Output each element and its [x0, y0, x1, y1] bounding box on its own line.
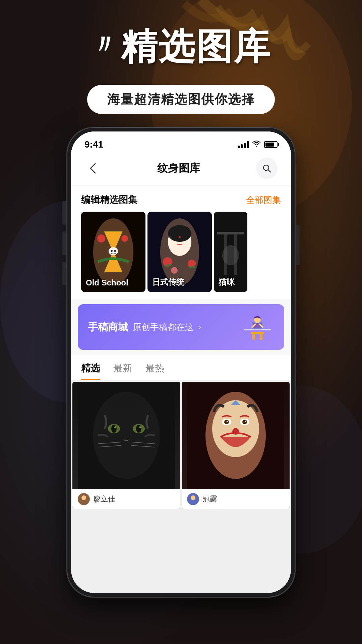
- gallery-card-label-3: 猫咪: [219, 277, 235, 287]
- svg-point-43: [136, 425, 141, 433]
- svg-line-4: [268, 170, 270, 172]
- svg-point-62: [245, 421, 246, 422]
- svg-point-22: [171, 267, 178, 274]
- status-icons: [238, 140, 278, 149]
- status-bar: 9:41: [71, 131, 291, 154]
- quote-marks-icon: 〃: [91, 27, 118, 63]
- svg-point-19: [179, 236, 181, 238]
- wifi-icon: [252, 140, 261, 149]
- content-area: 编辑精选图集 全部图集: [71, 185, 291, 511]
- svg-point-18: [182, 239, 185, 241]
- photo-image-1: [72, 382, 180, 489]
- svg-point-27: [222, 245, 239, 265]
- svg-point-59: [224, 420, 229, 424]
- gallery-all-link[interactable]: 全部图集: [246, 194, 281, 206]
- gallery-section-title: 编辑精选图集: [81, 194, 137, 206]
- photo-card-1[interactable]: 廖立佳: [72, 382, 180, 509]
- banner-title: 手稿商城: [88, 320, 128, 334]
- svg-point-9: [121, 235, 128, 242]
- svg-point-61: [227, 421, 228, 422]
- gallery-section-header: 编辑精选图集 全部图集: [71, 185, 291, 212]
- photo-image-2: [182, 382, 290, 489]
- svg-point-11: [111, 250, 113, 252]
- photo-card-footer-1: 廖立佳: [72, 489, 180, 509]
- phone-mockup: 9:41: [67, 127, 295, 597]
- nav-bar: 纹身图库: [71, 154, 291, 185]
- subtitle-pill: 海量超清精选图供你选择: [87, 85, 275, 114]
- svg-rect-28: [251, 332, 264, 334]
- gallery-card-label-1: Old School: [86, 278, 128, 287]
- phone-screen: 9:41: [71, 131, 291, 593]
- avatar-1: [78, 493, 90, 505]
- avatar-2: [187, 493, 199, 505]
- svg-point-60: [242, 420, 247, 424]
- svg-point-51: [81, 495, 86, 500]
- status-time: 9:41: [84, 139, 103, 150]
- gallery-card-2[interactable]: 日式传统: [147, 212, 212, 292]
- svg-rect-30: [260, 334, 262, 340]
- svg-point-44: [114, 426, 116, 428]
- tab-latest[interactable]: 最新: [113, 355, 132, 380]
- svg-rect-24: [217, 232, 244, 234]
- photo-card-2[interactable]: 冠露: [182, 382, 290, 509]
- svg-point-8: [97, 234, 105, 243]
- tab-hottest[interactable]: 最热: [145, 355, 164, 380]
- subtitle-text: 海量超清精选图供你选择: [107, 92, 255, 106]
- search-button[interactable]: [256, 158, 278, 179]
- page-main-title: 精选图库: [121, 27, 271, 67]
- svg-point-42: [111, 425, 117, 433]
- svg-point-12: [114, 250, 116, 252]
- banner-arrow-icon: ›: [198, 322, 201, 332]
- photo-card-footer-2: 冠露: [182, 489, 290, 509]
- svg-point-16: [168, 225, 191, 242]
- gallery-scroll: Old School: [71, 212, 291, 299]
- svg-point-64: [191, 495, 195, 500]
- banner-text-area: 手稿商城 原创手稿都在这 ›: [88, 320, 201, 334]
- back-button[interactable]: [84, 160, 101, 177]
- battery-icon: [264, 141, 278, 148]
- username-1: 廖立佳: [93, 494, 115, 504]
- promo-banner[interactable]: 手稿商城 原创手稿都在这 ›: [78, 304, 284, 350]
- gallery-card-1[interactable]: Old School: [81, 212, 145, 292]
- svg-rect-35: [255, 323, 260, 328]
- header-section: 〃 精选图库 海量超清精选图供你选择: [0, 27, 362, 114]
- gallery-card-3[interactable]: 猫咪: [214, 212, 247, 292]
- svg-rect-29: [252, 334, 255, 340]
- banner-subtitle: 原创手稿都在这: [133, 321, 194, 333]
- nav-title: 纹身图库: [157, 161, 200, 176]
- tab-featured[interactable]: 精选: [81, 355, 100, 380]
- banner-illustration: [241, 314, 274, 340]
- phone-outer-shell: 9:41: [67, 127, 295, 597]
- svg-point-17: [175, 239, 177, 241]
- tabs-bar: 精选 最新 最热: [71, 355, 291, 380]
- gallery-card-label-2: 日式传统: [152, 277, 184, 287]
- photo-grid: 廖立佳: [71, 380, 291, 511]
- signal-icon: [238, 141, 249, 148]
- username-2: 冠露: [202, 494, 217, 504]
- svg-point-45: [139, 426, 141, 428]
